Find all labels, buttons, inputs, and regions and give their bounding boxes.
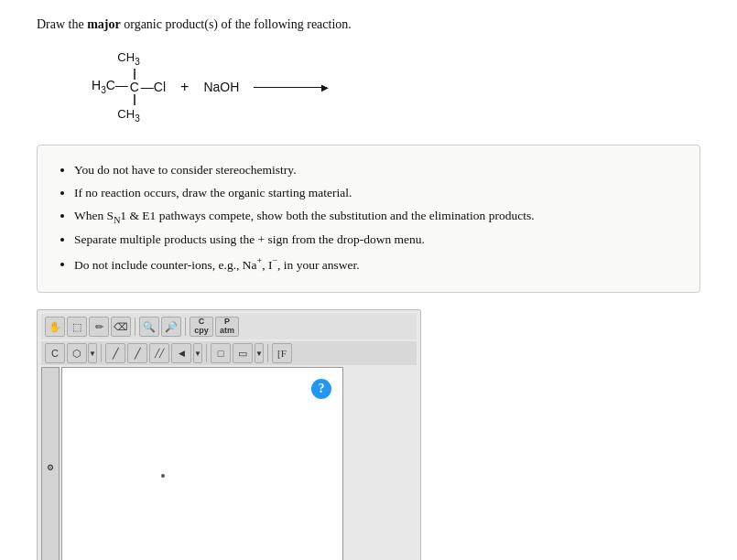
toolbar-top: ✋ ⬚ ✏ ⌫ 🔍 🔎 Ccpy Patm xyxy=(41,314,417,339)
carbon-btn[interactable]: C xyxy=(45,343,65,363)
shape-dropdown[interactable]: ▼ xyxy=(255,343,264,363)
single-bond-btn[interactable]: ╱ xyxy=(105,343,125,363)
rect-btn-2[interactable]: ▭ xyxy=(233,343,253,363)
zoom-out-btn[interactable]: 🔎 xyxy=(161,317,181,337)
molecule-core: H3C— C —Cl xyxy=(92,69,166,105)
question-text: Draw the major organic product(s) of the… xyxy=(37,15,700,34)
toolbar-sep-5 xyxy=(267,344,268,362)
cl-group: —Cl xyxy=(141,80,166,94)
ring-dropdown[interactable]: ⬡ ▼ xyxy=(67,343,97,363)
instruction-5: Do not include counter-ions, e.g., Na+, … xyxy=(74,253,681,275)
reaction-display: CH3 H3C— C —Cl CH3 + NaOH xyxy=(92,50,700,123)
rect-btn[interactable]: □ xyxy=(211,343,231,363)
center-carbon: C xyxy=(128,69,141,105)
instructions-list: You do not have to consider stereochemis… xyxy=(56,160,681,275)
instruction-2: If no reaction occurs, draw the organic … xyxy=(74,183,681,204)
stereo-btn[interactable]: ◀ xyxy=(171,343,191,363)
h3c-group: H3C— xyxy=(92,78,128,95)
stereo-dropdown[interactable]: ▼ xyxy=(193,343,202,363)
reagent-naoh: NaOH xyxy=(203,80,239,94)
erase-tool-btn[interactable]: ⌫ xyxy=(111,317,131,337)
shape-arrow[interactable]: ▼ xyxy=(255,343,264,363)
instruction-3: When SN1 & E1 pathways compete, show bot… xyxy=(74,206,681,228)
ring-btn[interactable]: ⬡ xyxy=(67,343,87,363)
bond-btn-3[interactable]: ╱╱ xyxy=(149,343,169,363)
instruction-1: You do not have to consider stereochemis… xyxy=(74,160,681,181)
carbon-label: C xyxy=(129,80,140,94)
left-panel[interactable]: ⚙ xyxy=(41,367,60,560)
lasso-tool-btn[interactable]: ⬚ xyxy=(67,317,87,337)
atom-btn[interactable]: Patm xyxy=(215,317,239,337)
draw-tool-btn[interactable]: ✏ xyxy=(89,317,109,337)
stereo-arrow[interactable]: ▼ xyxy=(193,343,202,363)
chemdoodle-editor: ✋ ⬚ ✏ ⌫ 🔍 🔎 Ccpy Patm C ⬡ ▼ ╱ ╱ ╱╱ ◀ ▼ □ xyxy=(37,309,421,560)
toolbar-sep-2 xyxy=(185,318,186,336)
ch3-top: CH3 xyxy=(117,50,139,67)
ch3-bottom: CH3 xyxy=(117,107,139,124)
toolbar-sep-1 xyxy=(135,318,135,336)
help-button[interactable]: ? xyxy=(311,379,331,399)
canvas-dot xyxy=(161,474,165,478)
toolbar-sep-4 xyxy=(206,344,207,362)
ring-dropdown-arrow[interactable]: ▼ xyxy=(88,343,97,363)
bond-dropdown[interactable]: ╱ xyxy=(127,343,147,363)
plus-sign: + xyxy=(180,79,189,95)
toolbar-bottom: C ⬡ ▼ ╱ ╱ ╱╱ ◀ ▼ □ ▭ ▼ [F xyxy=(41,341,417,365)
zoom-in-btn[interactable]: 🔍 xyxy=(139,317,159,337)
instruction-4: Separate multiple products using the + s… xyxy=(74,230,681,251)
toolbar-sep-3 xyxy=(101,344,102,362)
reactant-structure: CH3 H3C— C —Cl CH3 xyxy=(92,50,166,123)
reaction-arrow xyxy=(254,81,327,93)
bracket-btn[interactable]: [F xyxy=(272,343,292,363)
canvas-row: ⚙ ? xyxy=(41,367,417,560)
instructions-box: You do not have to consider stereochemis… xyxy=(37,145,700,293)
drawing-canvas[interactable]: ? xyxy=(61,367,343,560)
select-tool-btn[interactable]: ✋ xyxy=(45,317,65,337)
copy-btn[interactable]: Ccpy xyxy=(190,317,213,337)
bond-btn-2[interactable]: ╱ xyxy=(127,343,147,363)
